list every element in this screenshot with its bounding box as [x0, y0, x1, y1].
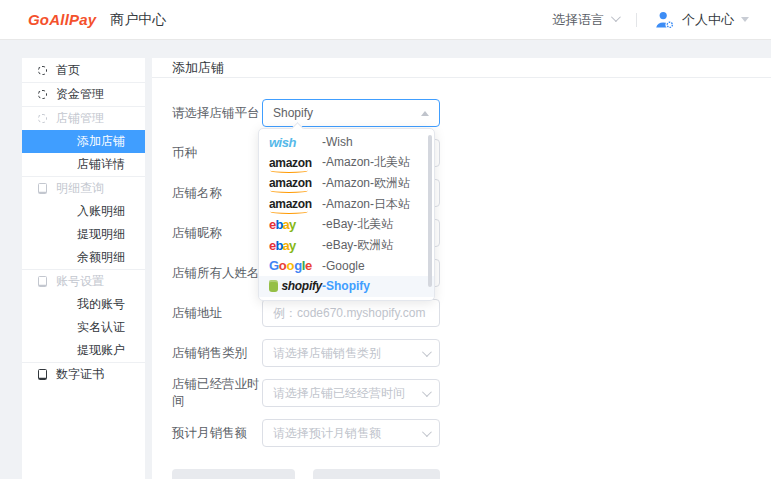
form-row-store-name: 店铺名称: [152, 179, 771, 207]
form-row-owner-name: 店铺所有人姓名: [152, 259, 771, 287]
topbar-right: 选择语言 个人中心: [552, 10, 749, 30]
sidebar-item-income-details[interactable]: 入账明细: [22, 200, 145, 223]
sidebar-item-label: 明细查询: [56, 180, 104, 197]
store-url-label: 店铺地址: [172, 305, 262, 322]
store-nickname-label: 店铺昵称: [172, 225, 262, 242]
platform-option-google[interactable]: Google-Google: [259, 256, 434, 277]
platform-option-amazon-eu[interactable]: amazon-Amazon-欧洲站: [259, 173, 434, 194]
business-time-label: 店铺已经营业时间: [172, 376, 262, 410]
document-icon: [38, 369, 47, 380]
form-row-sales-category: 店铺销售类别 请选择店铺销售类别: [152, 339, 771, 367]
google-logo-icon: Google: [269, 258, 322, 273]
platform-option-list: wish-Wishamazon-Amazon-北美站amazon-Amazon-…: [259, 132, 434, 297]
chevron-down-icon: [422, 347, 432, 357]
sidebar-item-label: 数字证书: [56, 366, 104, 383]
currency-label: 币种: [172, 145, 262, 162]
platform-label: 请选择店铺平台: [172, 105, 262, 122]
sidebar-item-label: 实名认证: [77, 319, 125, 336]
platform-option-amazon-na[interactable]: amazon-Amazon-北美站: [259, 153, 434, 174]
sidebar-item-detail-query[interactable]: 明细查询: [22, 177, 145, 200]
monthly-sales-select[interactable]: 请选择预计月销售额: [262, 419, 440, 447]
sidebar-item-my-account[interactable]: 我的账号: [22, 293, 145, 316]
sidebar-item-home[interactable]: 首页: [22, 59, 145, 82]
caret-up-icon: [421, 111, 429, 116]
form-row-monthly-sales: 预计月销售额 请选择预计月销售额: [152, 419, 771, 447]
footer-button-left[interactable]: [172, 469, 295, 479]
form-row-store-url: 店铺地址: [152, 299, 771, 327]
monthly-sales-placeholder: 请选择预计月销售额: [273, 425, 422, 442]
app-title: 商户中心: [110, 11, 166, 29]
language-selector[interactable]: 选择语言: [552, 11, 618, 29]
sidebar-item-label: 店铺管理: [56, 110, 104, 127]
chevron-down-icon: [422, 387, 432, 397]
sales-category-label: 店铺销售类别: [172, 345, 262, 362]
platform-option-ebay-eu[interactable]: ebay-eBay-欧洲站: [259, 235, 434, 256]
platform-option-ebay-na[interactable]: ebay-eBay-北美站: [259, 214, 434, 235]
store-url-input[interactable]: [262, 299, 440, 327]
user-menu[interactable]: 个人中心: [655, 10, 749, 30]
platform-option-shopify[interactable]: shopify-Shopify: [259, 276, 434, 297]
footer-button-right[interactable]: [313, 469, 440, 479]
dashed-circle-icon: [38, 66, 47, 75]
platform-option-label: -eBay-北美站: [322, 216, 393, 233]
person-gear-icon: [655, 10, 675, 30]
caret-down-icon: [741, 17, 749, 22]
sidebar-item-label: 入账明细: [77, 203, 125, 220]
monthly-sales-label: 预计月销售额: [172, 425, 262, 442]
platform-option-label: -Amazon-北美站: [322, 154, 410, 171]
platform-dropdown: wish-Wishamazon-Amazon-北美站amazon-Amazon-…: [258, 128, 435, 301]
dashed-circle-icon: [38, 114, 47, 123]
amazon-smile-icon: [270, 209, 308, 214]
document-icon: [38, 276, 47, 287]
platform-option-amazon-jp[interactable]: amazon-Amazon-日本站: [259, 194, 434, 215]
sidebar-item-label: 我的账号: [77, 296, 125, 313]
owner-name-label: 店铺所有人姓名: [172, 265, 262, 282]
sidebar-item-funds-management[interactable]: 资金管理: [22, 83, 145, 106]
sidebar-item-label: 提现明细: [77, 226, 125, 243]
amazon-smile-icon: [270, 168, 308, 173]
business-time-select[interactable]: 请选择店铺已经经营时间: [262, 379, 440, 407]
sidebar-item-label: 资金管理: [56, 86, 104, 103]
platform-option-label: -Shopify: [322, 279, 370, 293]
top-header: GoAllPay 商户中心 选择语言 个人中心: [0, 0, 771, 40]
sidebar-item-label: 首页: [56, 62, 80, 79]
sidebar-item-real-name-auth[interactable]: 实名认证: [22, 316, 145, 339]
platform-option-label: -Wish: [322, 135, 353, 149]
dropdown-scrollbar-thumb[interactable]: [428, 135, 432, 287]
amazon-logo-icon: amazon: [269, 156, 322, 170]
sidebar-item-label: 余额明细: [77, 249, 125, 266]
sidebar-nav: 首页资金管理店铺管理添加店铺店铺详情明细查询入账明细提现明细余额明细账号设置我的…: [22, 58, 145, 479]
sidebar-item-store-details[interactable]: 店铺详情: [22, 153, 145, 176]
chevron-down-icon: [422, 427, 432, 437]
shopify-bag-icon: [269, 280, 278, 292]
sidebar-item-withdrawal-account[interactable]: 提现账户: [22, 339, 145, 362]
dashed-circle-icon: [38, 90, 47, 99]
sidebar-item-add-store[interactable]: 添加店铺: [22, 130, 145, 153]
platform-select[interactable]: Shopify: [262, 99, 440, 127]
sidebar-item-account-settings[interactable]: 账号设置: [22, 270, 145, 293]
sidebar-item-label: 账号设置: [56, 273, 104, 290]
wish-logo-icon: wish: [269, 135, 322, 150]
sidebar-item-label: 店铺详情: [77, 156, 125, 173]
page-title: 添加店铺: [152, 58, 771, 78]
sidebar-item-withdrawal-details[interactable]: 提现明细: [22, 223, 145, 246]
platform-option-label: -Google: [322, 259, 365, 273]
document-icon: [38, 183, 47, 194]
ebay-logo-icon: ebay: [269, 217, 322, 232]
platform-select-value: Shopify: [273, 106, 421, 120]
sidebar-item-label: 添加店铺: [77, 133, 125, 150]
form-row-business-time: 店铺已经营业时间 请选择店铺已经经营时间: [152, 379, 771, 407]
store-name-label: 店铺名称: [172, 185, 262, 202]
sidebar-item-balance-details[interactable]: 余额明细: [22, 246, 145, 269]
sales-category-select[interactable]: 请选择店铺销售类别: [262, 339, 440, 367]
sidebar-item-digital-certificate[interactable]: 数字证书: [22, 363, 145, 386]
platform-option-label: -Amazon-日本站: [322, 196, 410, 213]
amazon-logo-icon: amazon: [269, 197, 322, 211]
sidebar-item-store-management[interactable]: 店铺管理: [22, 107, 145, 130]
platform-option-label: -eBay-欧洲站: [322, 237, 393, 254]
goallpay-logo: GoAllPay: [28, 11, 96, 28]
language-selector-label: 选择语言: [552, 11, 604, 29]
chevron-down-icon: [611, 12, 621, 22]
platform-option-wish[interactable]: wish-Wish: [259, 132, 434, 153]
shopify-logo-icon: shopify: [269, 279, 322, 293]
